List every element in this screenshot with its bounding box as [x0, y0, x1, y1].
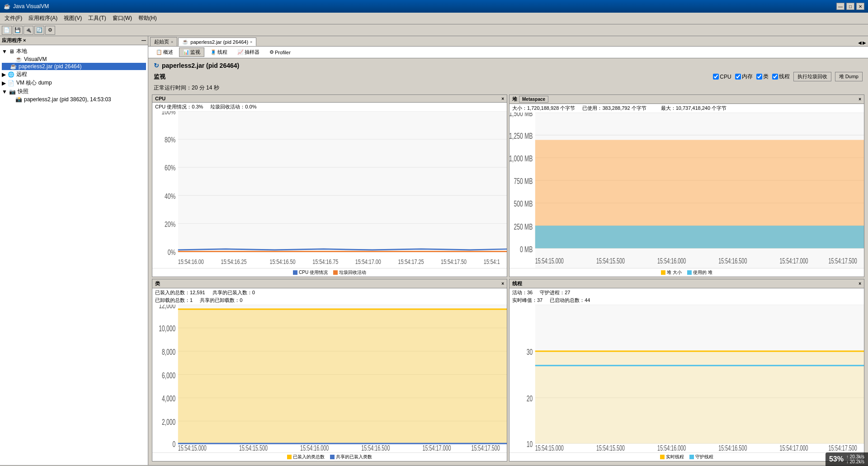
tab-next[interactable]: ▶	[863, 40, 866, 45]
tree-item-local[interactable]: ▼ 🖥 本地	[2, 47, 146, 56]
svg-text:250 MB: 250 MB	[514, 222, 533, 231]
minimize-button[interactable]: —	[836, 3, 844, 10]
threads-chart-close[interactable]: ×	[859, 281, 861, 286]
gc-button[interactable]: 执行垃圾回收	[793, 72, 831, 81]
svg-text:1,500 MB: 1,500 MB	[509, 113, 533, 118]
tree-item-snapshot[interactable]: ▼ 📷 快照	[2, 87, 146, 96]
sub-tab-monitor[interactable]: 📊 监视	[179, 47, 204, 57]
heap-chart-body: 1,500 MB 1,250 MB 1,000 MB 750 MB 500 MB…	[509, 113, 864, 268]
tree-expand-snapshot: ▼	[2, 89, 7, 95]
close-button[interactable]: ✕	[856, 3, 864, 10]
tab-start-close[interactable]: ×	[171, 40, 173, 44]
left-panel-header: 应用程序 × —	[0, 36, 148, 45]
tab-paperless-close[interactable]: ×	[250, 40, 252, 44]
threads-daemon-legend: 守护线程	[689, 454, 713, 460]
svg-text:15:54:17.00: 15:54:17.00	[355, 258, 381, 265]
tree-expand-remote: ▶	[2, 71, 6, 78]
menu-bar: 文件(F) 应用程序(A) 视图(V) 工具(T) 窗口(W) 帮助(H)	[0, 13, 868, 24]
tab-start[interactable]: 起始页 ×	[150, 37, 177, 46]
sub-tab-thread[interactable]: 🧵 线程	[206, 47, 231, 57]
svg-text:60%: 60%	[165, 164, 175, 172]
cpu-checkbox-input[interactable]	[713, 74, 719, 80]
threads-daemon-label: 守护线程	[695, 454, 713, 460]
class-checkbox-input[interactable]	[756, 74, 762, 80]
svg-text:15:54:15.500: 15:54:15.500	[596, 444, 625, 452]
tree-item-paperless-active[interactable]: ☕ paperless2.jar (pid 26464)	[2, 63, 146, 70]
metaspace-tab[interactable]: Metaspace	[519, 96, 548, 103]
svg-text:10: 10	[527, 440, 533, 449]
sub-tab-profiler[interactable]: ⚙ Profiler	[265, 47, 295, 57]
sub-tab-overview[interactable]: 📋 概述	[152, 47, 177, 57]
svg-text:100%: 100%	[161, 111, 175, 116]
heap-chart-legend: 堆 大小 使用的 堆	[509, 268, 864, 277]
cpu-checkbox[interactable]: CPU	[713, 74, 731, 80]
tree-label-local: 本地	[16, 47, 27, 55]
tab-start-label: 起始页	[154, 38, 169, 45]
process-title-text: paperless2.jar (pid 26464)	[162, 62, 239, 69]
classes-unloaded-stat: 已卸载的总数：1	[155, 297, 193, 304]
menu-app[interactable]: 应用程序(A)	[26, 14, 60, 23]
svg-text:8,000: 8,000	[162, 348, 175, 357]
svg-text:15:54:15.500: 15:54:15.500	[239, 444, 268, 452]
classes-chart-legend: 已装入的类总数 共享的已装入类数	[152, 452, 507, 461]
svg-text:15:54:16.75: 15:54:16.75	[312, 258, 338, 265]
memory-checkbox[interactable]: 内存	[735, 73, 753, 80]
svg-text:15:54:17.000: 15:54:17.000	[779, 444, 808, 452]
memory-checkbox-input[interactable]	[735, 74, 741, 80]
monitor-header: 监视 CPU 内存 类 线程	[150, 71, 866, 83]
classes-chart-close[interactable]: ×	[501, 281, 504, 286]
toolbar-connect[interactable]: 🔌	[24, 26, 33, 35]
classes-shared-dot	[330, 455, 335, 459]
sub-tab-overview-label: 概述	[163, 49, 173, 56]
tree-item-vm-core[interactable]: ▶ 📄 VM 核心 dump	[2, 79, 146, 87]
menu-view[interactable]: 视图(V)	[61, 14, 85, 23]
heap-dump-button[interactable]: 堆 Dump	[835, 72, 863, 81]
svg-text:15:54:16.00: 15:54:16.00	[178, 258, 204, 265]
maximize-button[interactable]: □	[846, 3, 854, 10]
cpu-legend-gc: 垃圾回收活动	[333, 269, 366, 276]
tree-item-snap-detail[interactable]: 📸 paperless2.jar (pid 38620), 14:53:03	[2, 96, 146, 103]
svg-text:15:54:16.500: 15:54:16.500	[718, 444, 747, 452]
heap-size-legend-label: 堆 大小	[667, 269, 682, 276]
overview-icon: 📋	[156, 49, 162, 55]
svg-text:15:54:17.50: 15:54:17.50	[441, 258, 467, 265]
thread-checkbox-label: 线程	[779, 73, 790, 80]
class-checkbox[interactable]: 类	[756, 73, 769, 80]
left-panel-close[interactable]: —	[142, 38, 146, 43]
tab-nav: ◀ ▶	[858, 40, 866, 45]
sub-tab-sampler[interactable]: 📈 抽样器	[233, 47, 264, 57]
cpu-checkbox-label: CPU	[720, 74, 731, 80]
thread-checkbox[interactable]: 线程	[772, 73, 790, 80]
cpu-chart-close[interactable]: ×	[501, 96, 504, 101]
charts-grid: CPU × CPU 使用情况：0.3% 垃圾回收活动：0.0%	[150, 94, 866, 463]
tab-bar: 起始页 × ☕ paperless2.jar (pid 26464) × ◀ ▶	[148, 36, 868, 47]
heap-chart-close[interactable]: ×	[859, 97, 861, 102]
tree-expand-vmcore: ▶	[2, 80, 6, 86]
tree-item-visualvm[interactable]: ☕ VisualVM	[2, 56, 146, 63]
gc-legend-dot	[333, 270, 338, 275]
svg-text:0 MB: 0 MB	[520, 245, 533, 254]
process-spinner: ↻	[154, 62, 159, 69]
classes-chart-title: 类	[155, 280, 160, 287]
menu-window[interactable]: 窗口(W)	[110, 14, 135, 23]
svg-text:15:54:16.500: 15:54:16.500	[718, 256, 747, 265]
left-panel-title: 应用程序 ×	[2, 37, 26, 44]
tree-label-snapshot: 快照	[18, 88, 28, 95]
classes-shared-unloaded-stat: 共享的已卸载数：0	[200, 297, 242, 304]
tree-item-remote[interactable]: ▶ 🌐 远程	[2, 70, 146, 79]
tab-paperless[interactable]: ☕ paperless2.jar (pid 26464) ×	[178, 38, 256, 46]
menu-file[interactable]: 文件(F)	[2, 14, 25, 23]
svg-text:0: 0	[173, 440, 176, 449]
menu-tools[interactable]: 工具(T)	[85, 14, 108, 23]
threads-chart-svg: 30 20 10 15:54:15.000 15:54:15.500 15:54…	[509, 305, 864, 452]
svg-text:40%: 40%	[165, 192, 175, 200]
thread-checkbox-input[interactable]	[772, 74, 778, 80]
tab-prev[interactable]: ◀	[858, 40, 862, 45]
toolbar-settings[interactable]: ⚙	[45, 26, 55, 35]
toolbar-new[interactable]: 📄	[2, 26, 12, 35]
heap-used-stat: 已使用：383,288,792 个字节	[582, 105, 646, 112]
snap-detail-icon: 📸	[15, 96, 22, 103]
toolbar-save[interactable]: 💾	[13, 26, 23, 35]
menu-help[interactable]: 帮助(H)	[136, 14, 160, 23]
toolbar-refresh[interactable]: 🔄	[34, 26, 44, 35]
